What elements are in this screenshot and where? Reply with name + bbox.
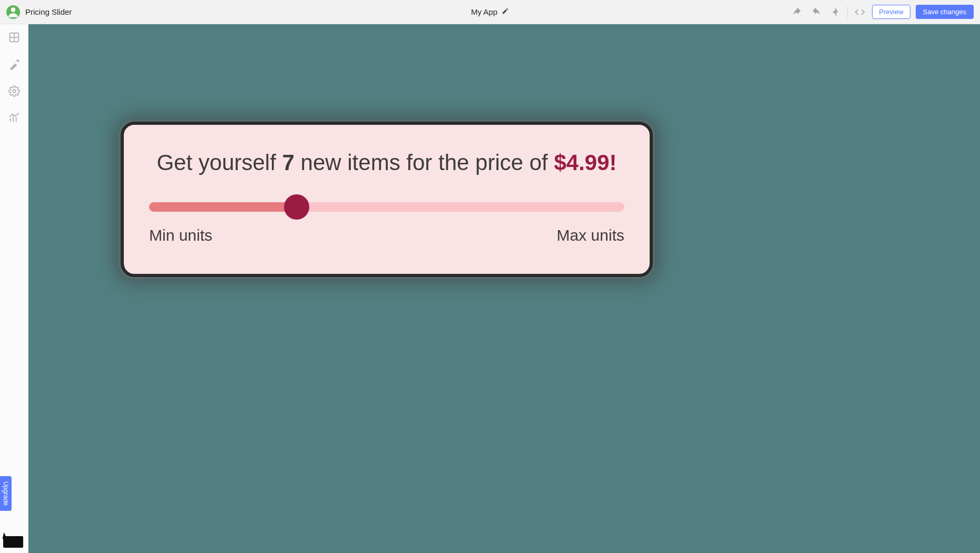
pricing-card[interactable]: Get yourself 7 new items for the price o… <box>121 122 653 277</box>
analytics-icon[interactable] <box>8 112 20 125</box>
avatar-icon <box>6 5 20 19</box>
preview-button[interactable]: Preview <box>872 5 910 19</box>
toolbar-separator <box>847 6 848 18</box>
slider-max-label: Max units <box>557 226 624 244</box>
headline-middle: new items for the price of <box>295 150 554 175</box>
svg-point-4 <box>13 90 16 93</box>
save-button[interactable]: Save changes <box>916 5 974 19</box>
design-canvas[interactable]: Get yourself 7 new items for the price o… <box>28 24 980 553</box>
headline-prefix: Get yourself <box>156 150 282 175</box>
top-bar: Pricing Slider My App Preview Save chang… <box>0 0 980 24</box>
pricing-card-wrapper: Get yourself 7 new items for the price o… <box>121 122 653 277</box>
build-button[interactable] <box>828 5 842 19</box>
svg-point-0 <box>11 7 16 12</box>
app-title-group: My App <box>471 7 509 16</box>
undo-button[interactable] <box>790 5 804 19</box>
slider-labels: Min units Max units <box>149 226 624 244</box>
headline-price: $4.99! <box>554 150 616 175</box>
redo-button[interactable] <box>809 5 823 19</box>
top-bar-actions: Preview Save changes <box>790 5 974 19</box>
upgrade-tab[interactable]: Upgrade <box>0 476 12 511</box>
left-rail: Upgrade <box>0 24 28 553</box>
brand-logo[interactable] <box>3 536 23 548</box>
pricing-headline: Get yourself 7 new items for the price o… <box>149 148 624 178</box>
app-title[interactable]: My App <box>471 7 497 16</box>
slider-thumb[interactable] <box>284 194 309 220</box>
slider-fill <box>149 202 297 212</box>
settings-icon[interactable] <box>8 85 20 98</box>
design-icon[interactable] <box>8 58 20 72</box>
slider-min-label: Min units <box>149 226 212 244</box>
project-name: Pricing Slider <box>25 7 72 16</box>
slider-track[interactable] <box>149 202 624 212</box>
code-view-button[interactable] <box>853 5 867 19</box>
data-icon[interactable] <box>8 32 20 45</box>
user-avatar[interactable] <box>6 5 20 19</box>
units-slider[interactable]: Min units Max units <box>149 202 624 244</box>
headline-quantity: 7 <box>282 150 295 175</box>
edit-title-icon[interactable] <box>502 7 509 16</box>
